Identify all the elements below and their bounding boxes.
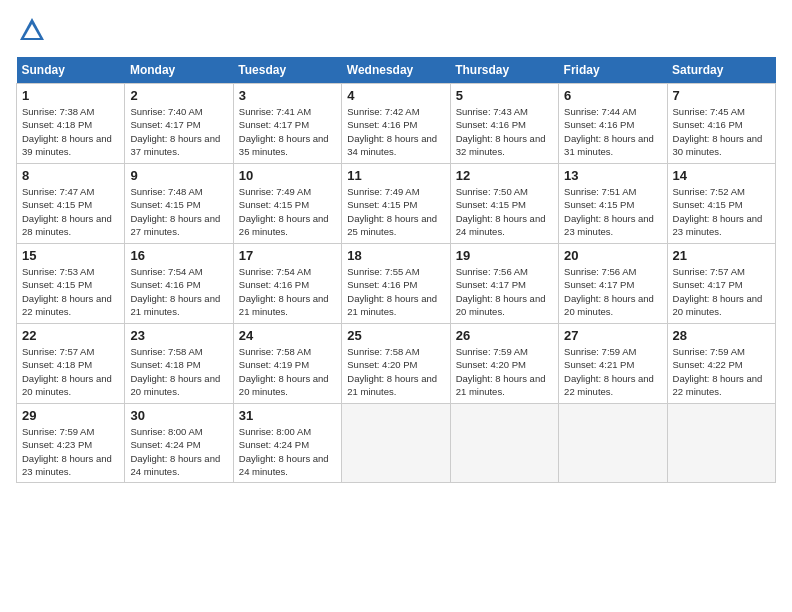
calendar-cell: 20 Sunrise: 7:56 AMSunset: 4:17 PMDaylig… [559,244,667,324]
day-number: 13 [564,168,661,183]
calendar-cell: 25 Sunrise: 7:58 AMSunset: 4:20 PMDaylig… [342,324,450,404]
calendar-cell: 1 Sunrise: 7:38 AMSunset: 4:18 PMDayligh… [17,84,125,164]
cell-details: Sunrise: 7:56 AMSunset: 4:17 PMDaylight:… [456,266,546,317]
calendar-cell [667,404,775,483]
cell-details: Sunrise: 7:56 AMSunset: 4:17 PMDaylight:… [564,266,654,317]
day-number: 16 [130,248,227,263]
day-number: 15 [22,248,119,263]
calendar-cell: 11 Sunrise: 7:49 AMSunset: 4:15 PMDaylig… [342,164,450,244]
cell-details: Sunrise: 7:45 AMSunset: 4:16 PMDaylight:… [673,106,763,157]
day-number: 17 [239,248,336,263]
calendar-week-row: 1 Sunrise: 7:38 AMSunset: 4:18 PMDayligh… [17,84,776,164]
calendar-cell: 26 Sunrise: 7:59 AMSunset: 4:20 PMDaylig… [450,324,558,404]
cell-details: Sunrise: 7:40 AMSunset: 4:17 PMDaylight:… [130,106,220,157]
calendar-cell: 19 Sunrise: 7:56 AMSunset: 4:17 PMDaylig… [450,244,558,324]
cell-details: Sunrise: 7:54 AMSunset: 4:16 PMDaylight:… [130,266,220,317]
day-number: 7 [673,88,770,103]
cell-details: Sunrise: 7:58 AMSunset: 4:20 PMDaylight:… [347,346,437,397]
calendar-cell: 16 Sunrise: 7:54 AMSunset: 4:16 PMDaylig… [125,244,233,324]
calendar-cell: 6 Sunrise: 7:44 AMSunset: 4:16 PMDayligh… [559,84,667,164]
calendar-cell: 12 Sunrise: 7:50 AMSunset: 4:15 PMDaylig… [450,164,558,244]
day-number: 12 [456,168,553,183]
calendar-cell: 18 Sunrise: 7:55 AMSunset: 4:16 PMDaylig… [342,244,450,324]
day-number: 5 [456,88,553,103]
day-number: 26 [456,328,553,343]
calendar-cell: 24 Sunrise: 7:58 AMSunset: 4:19 PMDaylig… [233,324,341,404]
calendar-cell: 31 Sunrise: 8:00 AMSunset: 4:24 PMDaylig… [233,404,341,483]
day-of-week-header: Thursday [450,57,558,84]
cell-details: Sunrise: 7:59 AMSunset: 4:23 PMDaylight:… [22,426,112,477]
calendar-week-row: 8 Sunrise: 7:47 AMSunset: 4:15 PMDayligh… [17,164,776,244]
day-number: 24 [239,328,336,343]
cell-details: Sunrise: 7:43 AMSunset: 4:16 PMDaylight:… [456,106,546,157]
day-number: 6 [564,88,661,103]
calendar-cell: 17 Sunrise: 7:54 AMSunset: 4:16 PMDaylig… [233,244,341,324]
day-number: 29 [22,408,119,423]
day-number: 28 [673,328,770,343]
day-number: 1 [22,88,119,103]
day-number: 20 [564,248,661,263]
cell-details: Sunrise: 7:48 AMSunset: 4:15 PMDaylight:… [130,186,220,237]
day-of-week-header: Friday [559,57,667,84]
day-number: 10 [239,168,336,183]
calendar-cell: 10 Sunrise: 7:49 AMSunset: 4:15 PMDaylig… [233,164,341,244]
day-number: 22 [22,328,119,343]
calendar-cell: 29 Sunrise: 7:59 AMSunset: 4:23 PMDaylig… [17,404,125,483]
cell-details: Sunrise: 7:53 AMSunset: 4:15 PMDaylight:… [22,266,112,317]
day-of-week-header: Saturday [667,57,775,84]
calendar-cell: 21 Sunrise: 7:57 AMSunset: 4:17 PMDaylig… [667,244,775,324]
day-number: 27 [564,328,661,343]
calendar-cell: 7 Sunrise: 7:45 AMSunset: 4:16 PMDayligh… [667,84,775,164]
cell-details: Sunrise: 7:54 AMSunset: 4:16 PMDaylight:… [239,266,329,317]
cell-details: Sunrise: 7:52 AMSunset: 4:15 PMDaylight:… [673,186,763,237]
cell-details: Sunrise: 7:49 AMSunset: 4:15 PMDaylight:… [239,186,329,237]
calendar-cell: 28 Sunrise: 7:59 AMSunset: 4:22 PMDaylig… [667,324,775,404]
calendar-cell: 4 Sunrise: 7:42 AMSunset: 4:16 PMDayligh… [342,84,450,164]
logo-icon [18,16,46,44]
cell-details: Sunrise: 8:00 AMSunset: 4:24 PMDaylight:… [239,426,329,477]
day-number: 19 [456,248,553,263]
day-of-week-header: Sunday [17,57,125,84]
cell-details: Sunrise: 7:57 AMSunset: 4:18 PMDaylight:… [22,346,112,397]
day-number: 23 [130,328,227,343]
cell-details: Sunrise: 7:59 AMSunset: 4:20 PMDaylight:… [456,346,546,397]
calendar-cell: 14 Sunrise: 7:52 AMSunset: 4:15 PMDaylig… [667,164,775,244]
day-number: 8 [22,168,119,183]
calendar-cell: 15 Sunrise: 7:53 AMSunset: 4:15 PMDaylig… [17,244,125,324]
calendar-cell [559,404,667,483]
logo [16,16,46,49]
calendar-cell: 23 Sunrise: 7:58 AMSunset: 4:18 PMDaylig… [125,324,233,404]
calendar-cell [450,404,558,483]
calendar-week-row: 22 Sunrise: 7:57 AMSunset: 4:18 PMDaylig… [17,324,776,404]
calendar-cell: 5 Sunrise: 7:43 AMSunset: 4:16 PMDayligh… [450,84,558,164]
day-number: 31 [239,408,336,423]
calendar-cell: 22 Sunrise: 7:57 AMSunset: 4:18 PMDaylig… [17,324,125,404]
calendar-cell [342,404,450,483]
cell-details: Sunrise: 7:47 AMSunset: 4:15 PMDaylight:… [22,186,112,237]
cell-details: Sunrise: 7:55 AMSunset: 4:16 PMDaylight:… [347,266,437,317]
cell-details: Sunrise: 7:59 AMSunset: 4:21 PMDaylight:… [564,346,654,397]
day-number: 21 [673,248,770,263]
calendar-cell: 13 Sunrise: 7:51 AMSunset: 4:15 PMDaylig… [559,164,667,244]
calendar-week-row: 29 Sunrise: 7:59 AMSunset: 4:23 PMDaylig… [17,404,776,483]
cell-details: Sunrise: 7:49 AMSunset: 4:15 PMDaylight:… [347,186,437,237]
cell-details: Sunrise: 7:50 AMSunset: 4:15 PMDaylight:… [456,186,546,237]
calendar-cell: 30 Sunrise: 8:00 AMSunset: 4:24 PMDaylig… [125,404,233,483]
day-number: 14 [673,168,770,183]
day-number: 9 [130,168,227,183]
day-number: 11 [347,168,444,183]
day-number: 18 [347,248,444,263]
calendar-week-row: 15 Sunrise: 7:53 AMSunset: 4:15 PMDaylig… [17,244,776,324]
calendar-cell: 9 Sunrise: 7:48 AMSunset: 4:15 PMDayligh… [125,164,233,244]
cell-details: Sunrise: 7:58 AMSunset: 4:19 PMDaylight:… [239,346,329,397]
cell-details: Sunrise: 8:00 AMSunset: 4:24 PMDaylight:… [130,426,220,477]
cell-details: Sunrise: 7:58 AMSunset: 4:18 PMDaylight:… [130,346,220,397]
day-number: 2 [130,88,227,103]
day-of-week-header: Monday [125,57,233,84]
day-number: 3 [239,88,336,103]
cell-details: Sunrise: 7:44 AMSunset: 4:16 PMDaylight:… [564,106,654,157]
day-number: 25 [347,328,444,343]
day-number: 4 [347,88,444,103]
cell-details: Sunrise: 7:51 AMSunset: 4:15 PMDaylight:… [564,186,654,237]
day-of-week-header: Tuesday [233,57,341,84]
